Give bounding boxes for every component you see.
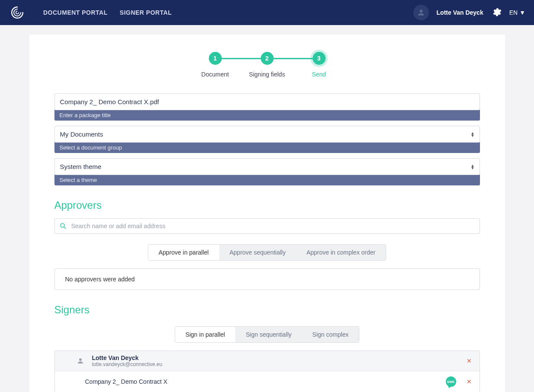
- theme-select[interactable]: System theme: [54, 158, 480, 175]
- doc-group-hint: Select a document group: [54, 142, 480, 153]
- step-3-label: Send: [312, 71, 326, 78]
- signer-list: Lotte Van Deyck lotte.vandeyck@connectiv…: [54, 351, 480, 392]
- package-title-block: Enter a package title: [54, 93, 480, 121]
- avatar-icon: [417, 8, 425, 17]
- step-signing-fields[interactable]: 2 Signing fields: [241, 52, 293, 78]
- svg-point-3: [79, 358, 82, 361]
- theme-hint: Select a theme: [54, 175, 480, 185]
- approve-complex-button[interactable]: Approve in complex order: [296, 245, 386, 260]
- sign-mode-segmented: Sign in parallel Sign sequentially Sign …: [54, 326, 480, 343]
- nav-signer-portal[interactable]: SIGNER PORTAL: [120, 9, 172, 16]
- signer-meta: Lotte Van Deyck lotte.vandeyck@connectiv…: [92, 354, 163, 367]
- step-1-circle: 1: [209, 52, 222, 65]
- nav-document-portal[interactable]: DOCUMENT PORTAL: [43, 9, 108, 16]
- remove-doc-button[interactable]: ✕: [467, 378, 472, 385]
- step-connector-2: [274, 58, 313, 59]
- step-send[interactable]: 3 Send: [293, 52, 345, 78]
- svg-point-1: [61, 223, 64, 227]
- approver-search-input[interactable]: [71, 223, 475, 229]
- signer-doc-name: Company 2_ Demo Contract X: [85, 378, 168, 385]
- approve-parallel-button[interactable]: Approve in parallel: [148, 245, 219, 260]
- sms-badge[interactable]: SMS: [446, 376, 456, 387]
- step-document[interactable]: 1 Document: [189, 52, 241, 78]
- signer-doc-row: Company 2_ Demo Contract X SMS ✕: [55, 371, 480, 392]
- chevron-down-icon: ▼: [519, 9, 525, 16]
- user-avatar[interactable]: [413, 5, 429, 20]
- svg-point-0: [419, 10, 422, 13]
- approvers-title: Approvers: [54, 199, 480, 211]
- step-3-circle: 3: [313, 52, 326, 65]
- doc-group-select[interactable]: My Documents: [54, 126, 480, 143]
- sign-sequential-button[interactable]: Sign sequentially: [235, 327, 302, 342]
- approve-sequential-button[interactable]: Approve sequentially: [219, 245, 296, 260]
- language-selector[interactable]: EN ▼: [509, 9, 525, 16]
- main-nav: DOCUMENT PORTAL SIGNER PORTAL: [43, 9, 172, 16]
- doc-group-block: My Documents ▲▼ Select a document group: [54, 126, 480, 153]
- approver-search-row: [54, 218, 480, 234]
- step-2-circle: 2: [261, 52, 274, 65]
- logo-icon: [10, 6, 24, 19]
- package-title-input[interactable]: [54, 93, 480, 110]
- approvers-empty-state: No approvers were added: [54, 268, 480, 290]
- settings-button[interactable]: [491, 7, 502, 19]
- sign-complex-button[interactable]: Sign complex: [302, 327, 359, 342]
- approve-mode-segmented: Approve in parallel Approve sequentially…: [54, 244, 480, 261]
- progress-stepper: 1 Document 2 Signing fields 3 Send: [29, 52, 505, 78]
- search-icon: [59, 222, 67, 230]
- signers-title: Signers: [54, 304, 480, 316]
- theme-block: System theme ▲▼ Select a theme: [54, 158, 480, 185]
- language-label: EN: [509, 9, 518, 16]
- user-name-label: Lotte Van Deyck: [437, 9, 483, 16]
- package-title-hint: Enter a package title: [54, 110, 480, 121]
- svg-line-2: [64, 227, 66, 229]
- signer-name-label: Lotte Van Deyck: [92, 354, 163, 361]
- person-icon: [76, 357, 85, 365]
- signer-email-label: lotte.vandeyck@connective.eu: [92, 361, 163, 367]
- main-card: 1 Document 2 Signing fields 3 Send Enter…: [29, 35, 505, 392]
- app-logo: [9, 4, 26, 21]
- remove-signer-button[interactable]: ✕: [467, 357, 472, 364]
- step-connector-1: [222, 58, 261, 59]
- step-1-label: Document: [201, 71, 229, 78]
- step-2-label: Signing fields: [249, 71, 285, 78]
- sign-parallel-button[interactable]: Sign in parallel: [175, 327, 236, 342]
- gear-icon: [491, 7, 502, 17]
- app-header: DOCUMENT PORTAL SIGNER PORTAL Lotte Van …: [0, 0, 534, 25]
- signer-row: Lotte Van Deyck lotte.vandeyck@connectiv…: [55, 351, 480, 371]
